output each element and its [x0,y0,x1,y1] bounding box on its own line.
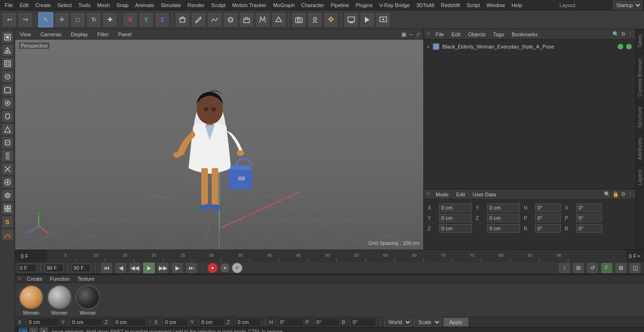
menu-3dtoall[interactable]: 3DToAll [413,1,437,9]
viewport[interactable]: View Cameras Display Filter Panel ▣ ↔ ⤢ [15,29,423,250]
obj-menu-bookmarks[interactable]: Bookmarks [510,31,539,38]
play-forward-button[interactable]: ▶▶ [157,262,169,274]
side-tab-takes[interactable]: Takes [636,29,644,53]
menu-vray[interactable]: V-Ray Bridge [377,1,413,9]
menu-pipeline[interactable]: Pipeline [328,1,352,9]
mat-menu-texture[interactable]: Texture [75,275,96,283]
menu-render[interactable]: Render [185,1,207,9]
attr-settings-icon[interactable]: ⚙ [621,191,626,197]
coord-z-input[interactable] [113,318,146,326]
object-visibility-dot-1[interactable] [618,44,623,49]
render-button[interactable] [360,12,375,27]
vp-icon-3[interactable]: ⤢ [416,31,421,38]
attr-lock-icon[interactable]: 🔒 [612,191,619,197]
left-mode-16[interactable] [1,229,14,241]
coord-x-input[interactable] [26,318,59,326]
menu-simulate[interactable]: Simulate [158,1,184,9]
render-settings-button[interactable] [376,12,391,27]
menu-select[interactable]: Select [55,1,75,9]
vp-menu-display[interactable]: Display [69,31,90,38]
max-frame-input[interactable] [72,264,91,272]
transform-tool-button[interactable]: ✚ [102,12,117,27]
side-tab-layers[interactable]: Layers [636,164,644,190]
motion-record-button[interactable]: P [232,263,242,273]
axis-x-button[interactable]: X [123,12,138,27]
end-frame-input[interactable] [45,264,64,272]
select-tool-button[interactable]: ✛ [54,12,69,27]
render-view-button[interactable] [344,12,359,27]
record-button[interactable]: ● [207,263,218,273]
rot-b-input[interactable] [535,224,561,233]
pos-y-input[interactable] [487,203,520,212]
object-visibility-dot-2[interactable] [626,44,632,49]
apply-button[interactable]: Apply [443,317,469,327]
attr-menu-mode[interactable]: Mode [434,191,451,198]
left-mode-12[interactable] [1,176,14,188]
coord-b-input[interactable] [235,318,261,326]
goto-start-button[interactable]: ⏮ [100,262,113,274]
start-frame-input[interactable] [18,264,37,272]
side-tab-attributes[interactable]: Attributes [636,132,644,164]
left-mode-11[interactable] [1,163,14,175]
attr-more-icon[interactable]: ⋮ [627,191,633,197]
coord-p-input[interactable] [199,318,225,326]
redo-button[interactable]: ↪ [18,12,33,27]
left-mode-2[interactable] [1,44,14,57]
menu-script[interactable]: Script [464,1,483,9]
deformer-button[interactable] [255,12,270,27]
timeline-tracks[interactable] [15,274,644,275]
mat-menu-create[interactable]: Create [25,275,44,283]
menu-file[interactable]: File [2,1,16,9]
extra-btn-4[interactable]: P [601,262,613,274]
coord-b2-input[interactable] [350,318,376,326]
obj-search-icon[interactable]: 🔍 [612,31,619,37]
vp-menu-cameras[interactable]: Cameras [39,31,64,38]
menu-help[interactable]: Help [509,1,525,9]
coord-p2-input[interactable] [314,318,340,326]
menu-mesh[interactable]: Mesh [94,1,113,9]
undo-button[interactable]: ↩ [2,12,17,27]
status-icon-cinema4d[interactable]: C4D [19,327,27,332]
mat-menu-function[interactable]: Function [48,275,72,283]
coord-h2-input[interactable] [278,318,304,326]
left-mode-4[interactable] [1,71,14,83]
material-item-1[interactable]: Woman [19,285,43,316]
menu-plugins[interactable]: Plugins [353,1,375,9]
play-reverse-button[interactable]: ◀◀ [129,262,141,274]
status-icon-square[interactable]: □ [29,327,38,332]
rotate-tool-button[interactable]: □ [70,12,85,27]
auto-record-button[interactable]: ● [220,263,230,273]
left-mode-5[interactable] [1,84,14,96]
stage-button[interactable] [307,12,322,27]
obj-menu-edit[interactable]: Edit [450,31,462,38]
attr-menu-userdata[interactable]: User Data [471,191,498,198]
menu-tools[interactable]: Tools [75,1,93,9]
step-back-button[interactable]: ◀ [115,262,127,274]
camera-button[interactable] [291,12,306,27]
pos-z-input[interactable] [487,214,520,222]
scale-z-input[interactable] [576,224,602,233]
material-item-3[interactable]: Woman [75,285,100,316]
vp-menu-view[interactable]: View [18,31,33,38]
pos-x-input[interactable] [439,203,472,212]
menu-sculpt[interactable]: Sculpt [208,1,229,9]
goto-end-button[interactable]: ⏭ [185,262,198,274]
status-icon-x[interactable]: ✕ [40,327,48,332]
menu-mograph[interactable]: MoGraph [270,1,297,9]
light-button[interactable] [323,12,339,27]
menu-redshift[interactable]: Redshift [438,1,462,9]
left-mode-3[interactable] [1,57,14,70]
extra-btn-1[interactable]: ↕ [558,262,570,274]
pos-z2-input[interactable] [439,224,472,233]
pos-y2-input[interactable] [439,214,472,222]
scene-object-button[interactable] [239,12,254,27]
object-item-woman[interactable]: ▸ Black_Elderly_Woman_Everyday_Style_A_P… [426,41,634,52]
left-mode-13[interactable] [1,189,14,202]
left-mode-8[interactable] [1,123,14,136]
generator-button[interactable] [271,12,286,27]
coord-h-input[interactable] [163,318,189,326]
menu-edit[interactable]: Edit [17,1,32,9]
vp-icon-2[interactable]: ↔ [408,31,414,38]
menu-motion-tracker[interactable]: Motion Tracker [229,1,269,9]
rot-p-input[interactable] [535,214,561,222]
